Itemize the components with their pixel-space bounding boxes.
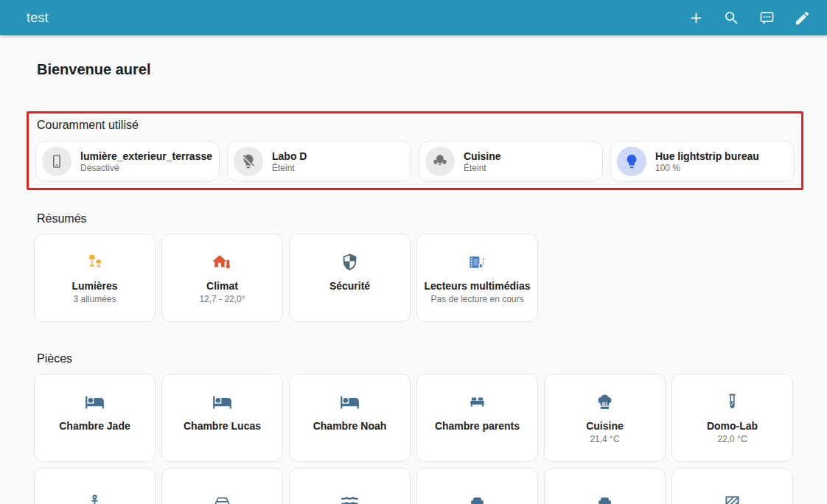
frequent-cards-row: lumière_exterieur_terrasse Désactivé Lab… [35, 141, 795, 182]
sofa-icon [467, 493, 487, 504]
room-card-chambre-lucas[interactable]: Chambre Lucas [161, 374, 283, 462]
card-text: Labo D Éteint [272, 150, 307, 174]
summary-card-media-players[interactable]: Lecteurs multimédias Pas de lecture en c… [416, 234, 538, 322]
page-title: test [27, 10, 49, 26]
lightbulb-group-icon [432, 153, 448, 169]
card-status: 3 allumées [73, 293, 116, 305]
edit-button[interactable] [786, 1, 818, 34]
section-title-summaries: Résumés [37, 211, 795, 225]
app-header: test [0, 0, 827, 35]
bed-double-icon [467, 392, 487, 412]
texture-box-icon [722, 493, 742, 504]
card-text: Cuisine Éteint [464, 150, 501, 174]
lightbulb-off-icon [240, 153, 257, 169]
card-status: 100 % [655, 163, 759, 174]
summary-card-security[interactable]: Sécurité [289, 234, 411, 322]
card-title: Chambre Lucas [184, 419, 261, 433]
header-actions [680, 1, 818, 34]
shield-icon [340, 252, 360, 272]
section-title-frequent: Couramment utilisé [37, 118, 795, 132]
card-status: 12,7 - 22,0° [199, 293, 245, 305]
car-icon [212, 493, 232, 504]
bed-icon [340, 392, 360, 412]
card-status: 21,4 °C [590, 433, 619, 445]
card-title: Lumières [71, 279, 117, 293]
room-card-chambre-parents[interactable]: Chambre parents [416, 374, 538, 462]
lamps-icon [85, 252, 105, 272]
room-cards-row-2 [34, 468, 795, 504]
card-status: Pas de lecture en cours [430, 293, 523, 305]
icon-circle [234, 147, 263, 176]
card-title: Chambre parents [435, 419, 520, 433]
card-title: Cuisine [586, 419, 624, 433]
room-card-8[interactable] [161, 468, 283, 504]
icon-circle [425, 147, 455, 176]
card-title: lumière_exterieur_terrasse [80, 150, 212, 163]
room-card-10[interactable] [416, 468, 538, 504]
room-card-cuisine[interactable]: Cuisine 21,4 °C [544, 374, 666, 462]
room-card-domo-lab[interactable]: Domo-Lab 22,0 °C [671, 374, 793, 462]
remote-icon [49, 153, 65, 169]
assist-button[interactable] [750, 1, 783, 34]
chat-icon [758, 10, 775, 27]
room-card-chambre-noah[interactable]: Chambre Noah [289, 374, 411, 462]
anchor-icon [85, 493, 105, 504]
icon-circle [617, 147, 646, 176]
room-card-11[interactable] [544, 468, 666, 504]
section-title-rooms: Pièces [37, 351, 795, 365]
summary-card-climate[interactable]: Climat 12,7 - 22,0° [161, 234, 283, 322]
card-text: Hue lightstrip bureau 100 % [655, 150, 759, 174]
card-status: Désactivé [80, 163, 212, 174]
card-title: Hue lightstrip bureau [655, 150, 759, 163]
frequent-card-labo-d[interactable]: Labo D Éteint [227, 141, 411, 182]
bed-icon [85, 392, 105, 412]
waves-icon [340, 493, 360, 504]
summary-cards-row: Lumières 3 allumées Climat 12,7 - 22,0° [34, 234, 795, 322]
room-card-chambre-jade[interactable]: Chambre Jade [34, 374, 156, 462]
pencil-icon [794, 10, 811, 27]
multimedia-icon [467, 252, 487, 272]
chef-hat-icon [595, 392, 615, 412]
frequent-card-hue-lightstrip-bureau[interactable]: Hue lightstrip bureau 100 % [610, 141, 795, 182]
lightbulb-on-icon [624, 153, 640, 169]
add-button[interactable] [680, 1, 712, 34]
plus-icon [688, 10, 705, 27]
card-title: Chambre Noah [313, 419, 387, 433]
card-title: Climat [206, 279, 238, 293]
bed-icon [212, 392, 232, 412]
frequent-card-lumiere-exterieur-terrasse[interactable]: lumière_exterieur_terrasse Désactivé [35, 141, 220, 182]
card-title: Domo-Lab [707, 419, 758, 433]
card-status: 22,0 °C [717, 433, 747, 445]
search-button[interactable] [715, 1, 747, 34]
summary-card-lights[interactable]: Lumières 3 allumées [34, 234, 156, 322]
card-title: Lecteurs multimédias [425, 279, 531, 293]
icon-circle [42, 147, 71, 176]
room-card-7[interactable] [34, 468, 156, 504]
room-card-9[interactable] [289, 468, 411, 504]
room-cards-row-1: Chambre Jade Chambre Lucas Chambre Noah [34, 374, 795, 462]
card-title: Sécurité [329, 279, 370, 293]
card-title: Cuisine [464, 150, 501, 163]
home-thermometer-icon [212, 252, 232, 272]
test-tube-icon [722, 392, 742, 412]
dashboard-view: Bienvenue aurel Couramment utilisé lumiè… [0, 60, 827, 504]
card-status: Éteint [272, 163, 307, 174]
frequent-card-cuisine[interactable]: Cuisine Éteint [419, 141, 603, 182]
card-title: Labo D [272, 150, 307, 163]
room-card-12[interactable] [671, 468, 793, 504]
welcome-heading: Bienvenue aurel [37, 60, 795, 78]
card-title: Chambre Jade [59, 419, 130, 433]
search-icon [723, 10, 740, 27]
card-text: lumière_exterieur_terrasse Désactivé [80, 150, 212, 174]
card-status: Éteint [464, 163, 501, 174]
sofa-icon [595, 493, 615, 504]
